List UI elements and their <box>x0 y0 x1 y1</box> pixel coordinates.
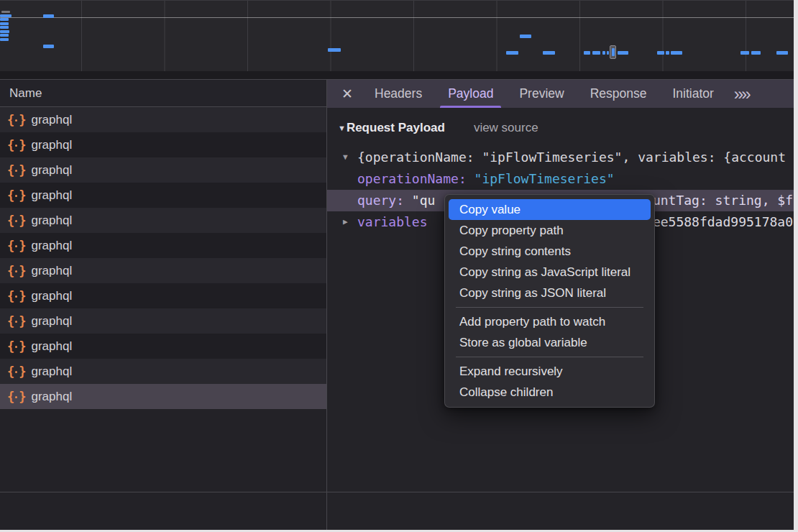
property-key: operationName: <box>357 171 474 186</box>
menu-item-copy-value[interactable]: Copy value <box>449 199 651 220</box>
request-row[interactable]: {} graphql <box>0 258 326 283</box>
overview-gridlines <box>0 1 794 71</box>
request-name: graphql <box>32 314 73 329</box>
json-braces-icon: {} <box>7 314 25 329</box>
close-icon[interactable]: ✕ <box>337 86 357 102</box>
json-braces-icon: {} <box>7 289 25 303</box>
payload-root-row[interactable]: ▼{operationName: "ipFlowTimeseries", var… <box>327 147 794 168</box>
overview-request-bar <box>657 51 664 55</box>
payload-root-preview: {operationName: "ipFlowTimeseries", vari… <box>357 150 786 165</box>
devtools-window: Name {} graphql {} graphql {} graphql {}… <box>0 0 794 530</box>
expand-triangle-icon[interactable]: ▶ <box>343 211 348 233</box>
overview-request-bar <box>0 14 12 17</box>
collapse-triangle-icon[interactable]: ▼ <box>343 147 348 168</box>
property-value: "qu <box>412 193 436 208</box>
menu-item-copy-property-path[interactable]: Copy property path <box>449 220 651 241</box>
request-name: graphql <box>32 339 73 354</box>
operation-name-row[interactable]: operationName: "ipFlowTimeseries" <box>327 168 794 190</box>
overview-request-bar <box>592 51 600 55</box>
overview-request-bar <box>1 11 10 13</box>
tab-initiator[interactable]: Initiator <box>664 80 721 108</box>
overview-request-bar <box>618 51 628 55</box>
request-list-panel: Name {} graphql {} graphql {} graphql {}… <box>0 79 327 530</box>
name-column-header[interactable]: Name <box>0 80 326 107</box>
json-braces-icon: {} <box>7 138 25 152</box>
overview-horizontal-gridline <box>0 17 794 18</box>
section-collapse-icon[interactable]: ▼ <box>338 124 346 132</box>
overview-request-bar <box>0 30 9 33</box>
request-name: graphql <box>32 390 73 404</box>
menu-item-copy-string-as-javascript-literal[interactable]: Copy string as JavaScript literal <box>449 262 651 283</box>
overview-request-bar <box>43 45 54 48</box>
tab-payload[interactable]: Payload <box>440 80 501 108</box>
request-name: graphql <box>32 188 73 203</box>
request-row[interactable]: {} graphql <box>0 132 326 157</box>
json-braces-icon: {} <box>7 239 25 253</box>
json-braces-icon: {} <box>7 264 25 278</box>
tab-headers[interactable]: Headers <box>367 80 430 108</box>
tab-response[interactable]: Response <box>582 80 655 108</box>
overview-request-bar <box>602 51 605 55</box>
overview-request-bar <box>543 51 555 55</box>
detail-tab-bar: ✕ HeadersPayloadPreviewResponseInitiator… <box>327 80 794 108</box>
request-name: graphql <box>32 113 73 127</box>
json-braces-icon: {} <box>7 163 25 178</box>
request-row[interactable]: {} graphql <box>0 384 326 409</box>
menu-item-copy-string-contents[interactable]: Copy string contents <box>449 241 651 262</box>
overview-request-bar <box>671 51 682 55</box>
overview-request-bar <box>520 35 531 38</box>
request-row[interactable]: {} graphql <box>0 359 326 384</box>
menu-item-collapse-children[interactable]: Collapse children <box>449 382 651 403</box>
json-braces-icon: {} <box>7 188 25 203</box>
overview-request-bar <box>0 22 9 25</box>
property-key: query: <box>357 193 412 208</box>
query-value-overflow-fragment: untTag: string, $f <box>653 190 793 211</box>
request-row[interactable]: {} graphql <box>0 157 326 183</box>
overview-request-bar <box>0 38 9 41</box>
request-row[interactable]: {} graphql <box>0 334 326 359</box>
overview-selected-request-marker <box>610 45 616 59</box>
overview-request-bar <box>776 51 788 55</box>
detail-tabs: HeadersPayloadPreviewResponseInitiator <box>362 80 727 108</box>
request-row[interactable]: {} graphql <box>0 308 326 334</box>
footer-divider <box>0 492 794 492</box>
request-row[interactable]: {} graphql <box>0 107 326 132</box>
menu-item-copy-string-as-json-literal[interactable]: Copy string as JSON literal <box>449 283 651 303</box>
request-rows: {} graphql {} graphql {} graphql {} grap… <box>0 107 326 409</box>
request-name: graphql <box>32 138 73 152</box>
request-name: graphql <box>32 163 73 178</box>
request-row[interactable]: {} graphql <box>0 208 326 233</box>
menu-item-expand-recursively[interactable]: Expand recursively <box>449 361 651 382</box>
more-tabs-icon[interactable]: »» <box>734 84 749 104</box>
overview-request-bar <box>740 51 749 55</box>
tab-preview[interactable]: Preview <box>511 80 572 108</box>
menu-item-add-property-path-to-watch[interactable]: Add property path to watch <box>449 311 651 332</box>
overview-request-bar <box>584 51 590 55</box>
view-source-link[interactable]: view source <box>474 121 538 135</box>
menu-separator <box>456 307 643 308</box>
json-braces-icon: {} <box>7 214 25 228</box>
property-value: "ipFlowTimeseries" <box>474 171 615 186</box>
request-payload-section-header: ▼ Request Payload view source <box>338 119 794 137</box>
overview-request-bar <box>751 51 761 55</box>
network-overview-timeline[interactable] <box>0 0 794 79</box>
overview-request-bar <box>607 51 609 55</box>
overview-request-bar <box>666 51 669 55</box>
menu-item-store-as-global-variable[interactable]: Store as global variable <box>449 332 651 353</box>
overview-request-bar <box>328 48 341 52</box>
name-column-label: Name <box>9 86 42 101</box>
request-name: graphql <box>32 264 73 278</box>
overview-request-bar <box>506 51 518 55</box>
json-braces-icon: {} <box>7 339 25 354</box>
overview-request-bar <box>0 34 9 37</box>
context-menu: Copy valueCopy property pathCopy string … <box>444 194 655 408</box>
overview-request-bar <box>43 14 54 18</box>
property-key: variables <box>357 214 428 229</box>
overview-request-bar <box>0 18 9 21</box>
request-name: graphql <box>32 364 73 379</box>
request-name: graphql <box>32 239 73 253</box>
request-row[interactable]: {} graphql <box>0 183 326 208</box>
request-row[interactable]: {} graphql <box>0 283 326 308</box>
section-title: Request Payload <box>347 121 445 135</box>
request-row[interactable]: {} graphql <box>0 233 326 258</box>
